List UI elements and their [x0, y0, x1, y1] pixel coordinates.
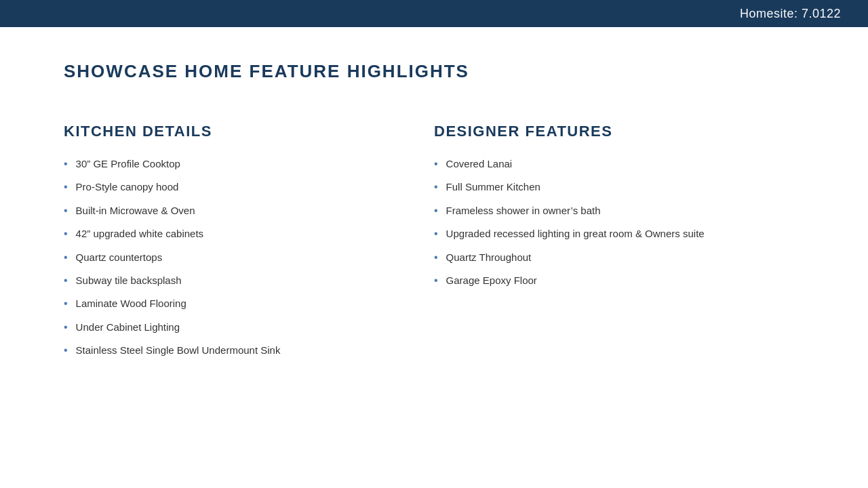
kitchen-list-item: 42” upgraded white cabinets — [64, 226, 434, 241]
columns: KITCHEN DETAILS 30” GE Profile CooktopPr… — [64, 123, 804, 367]
designer-list-item: Full Summer Kitchen — [434, 180, 804, 195]
kitchen-list-item: Built-in Microwave & Oven — [64, 203, 434, 218]
kitchen-list-item: Subway tile backsplash — [64, 273, 434, 288]
kitchen-list-item: Stainless Steel Single Bowl Undermount S… — [64, 343, 434, 358]
designer-list-item: Quartz Throughout — [434, 250, 804, 265]
designer-feature-list: Covered LanaiFull Summer KitchenFrameles… — [434, 157, 804, 288]
designer-list-item: Garage Epoxy Floor — [434, 273, 804, 288]
page-title: SHOWCASE HOME FEATURE HIGHLIGHTS — [64, 61, 804, 82]
header-bar: Homesite: 7.0122 — [0, 0, 868, 27]
kitchen-list-item: Laminate Wood Flooring — [64, 296, 434, 311]
homesite-label: Homesite: 7.0122 — [740, 7, 841, 21]
kitchen-feature-list: 30” GE Profile CooktopPro-Style canopy h… — [64, 157, 434, 359]
kitchen-list-item: Quartz countertops — [64, 250, 434, 265]
designer-list-item: Frameless shower in owner’s bath — [434, 203, 804, 218]
designer-list-item: Covered Lanai — [434, 157, 804, 171]
kitchen-list-item: 30” GE Profile Cooktop — [64, 157, 434, 171]
designer-column: DESIGNER FEATURES Covered LanaiFull Summ… — [434, 123, 804, 367]
main-content: SHOWCASE HOME FEATURE HIGHLIGHTS KITCHEN… — [0, 27, 868, 394]
kitchen-section-title: KITCHEN DETAILS — [64, 123, 434, 140]
kitchen-column: KITCHEN DETAILS 30” GE Profile CooktopPr… — [64, 123, 434, 367]
kitchen-list-item: Under Cabinet Lighting — [64, 320, 434, 335]
kitchen-list-item: Pro-Style canopy hood — [64, 180, 434, 195]
designer-list-item: Upgraded recessed lighting in great room… — [434, 226, 804, 241]
designer-section-title: DESIGNER FEATURES — [434, 123, 804, 140]
